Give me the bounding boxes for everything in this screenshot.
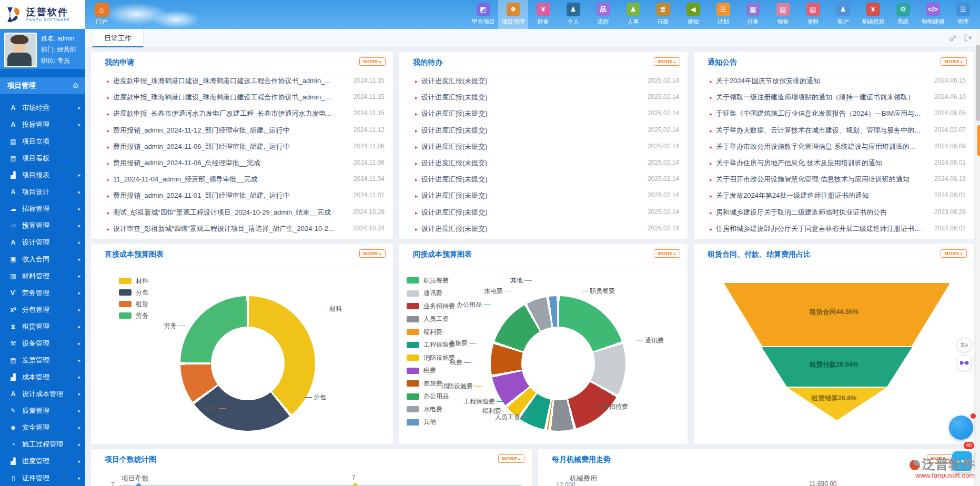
top-nav-item[interactable]: ≣行政 xyxy=(648,0,678,29)
scrollbar-thumb[interactable] xyxy=(976,45,980,121)
sidebar-item[interactable]: ⚒设备管理▸ xyxy=(0,335,85,352)
logout-icon[interactable] xyxy=(964,34,972,44)
sidebar-item[interactable]: Ѵ劳务管理▸ xyxy=(0,285,85,301)
sidebar-item[interactable]: ◔施工过程管理▸ xyxy=(0,436,85,453)
sidebar-item[interactable]: A设计管理▸ xyxy=(0,234,85,251)
legend-item[interactable]: 工程保险费 xyxy=(407,339,455,352)
legend-item[interactable]: 职员餐费 xyxy=(407,274,455,287)
top-nav-item[interactable]: ▦任务 xyxy=(738,0,768,29)
legend-item[interactable]: 租赁 xyxy=(119,298,148,310)
sidebar-item[interactable]: ✎质量管理▸ xyxy=(0,402,85,419)
more-button[interactable]: MORE▸ xyxy=(941,57,967,66)
top-nav-item[interactable]: 品流程 xyxy=(588,0,618,29)
legend-item[interactable]: 通讯费 xyxy=(407,287,455,300)
list-item[interactable]: ▸费用报销_admin_2024-11-01_部门经理审批_胡建,_运行中202… xyxy=(91,187,393,204)
translate-widget-icon[interactable]: 文A xyxy=(957,338,972,352)
top-nav-item[interactable]: ♟客户 xyxy=(828,0,858,29)
list-item[interactable]: ▸关于2024年国庆节放假安排的通知2024.06.15 xyxy=(694,73,974,89)
list-item[interactable]: ▸设计进度汇报(未提交)2025.02.14 xyxy=(399,155,688,171)
sidebar-item[interactable]: x²分包管理▸ xyxy=(0,301,85,318)
sidebar-item[interactable]: ▱预算管理▸ xyxy=(0,217,85,234)
more-button[interactable]: MORE▸ xyxy=(359,57,386,66)
top-nav-item[interactable]: ◩甲方项目 xyxy=(468,0,498,29)
top-nav-item[interactable]: ☰计划 xyxy=(708,0,738,29)
top-nav-item[interactable]: ▤资料 xyxy=(798,0,828,29)
legend-item[interactable]: 分包 xyxy=(119,287,148,298)
sidebar-item[interactable]: A市场经营▸ xyxy=(0,99,85,116)
reader-widget-icon[interactable] xyxy=(957,356,972,370)
list-item[interactable]: ▸设计进度汇报(未提交)2025.02.14 xyxy=(399,73,688,89)
list-item[interactable]: ▸设计进度汇报(未提交)2025.02.14 xyxy=(399,220,688,237)
edge-handle[interactable] xyxy=(977,125,980,156)
list-item[interactable]: ▸11_2024-11-04_admin_经营部_领导审批__完成2024.11… xyxy=(91,171,393,187)
list-item[interactable]: ▸关于举办市政公用设施数字化管理信息 系统建设与应用培训班的通知2024.06.… xyxy=(694,138,974,155)
sidebar-item[interactable]: ▥材料管理▸ xyxy=(0,268,85,285)
sidebar-item[interactable]: ▤项目看板 xyxy=(0,150,85,167)
sidebar-item[interactable]: ▤发票管理▸ xyxy=(0,352,85,369)
list-item[interactable]: ▸关于举办大数据、云计算技术在城市建设、规划、管理与服务中的应用培训班...20… xyxy=(694,122,974,138)
list-item[interactable]: ▸关于举办住房与房地产信息化 技术及应用培训班的通知2024.06.01 xyxy=(694,155,974,171)
list-item[interactable]: ▸进度款申报_长春市伊通河水力发电厂改建工程_长春市伊通河水力发电...2024… xyxy=(91,105,393,122)
list-item[interactable]: ▸房和城乡建设厅关于取消二级建造师临时执业证书的公告2023.08.29 xyxy=(694,204,974,220)
sidebar-item[interactable]: ▟成本管理▸ xyxy=(0,369,85,386)
sidebar-item[interactable]: A设计成本管理▸ xyxy=(0,386,85,402)
legend-item[interactable]: 消防设施费 xyxy=(407,351,455,364)
top-nav-item[interactable]: ☰管理 xyxy=(948,0,978,29)
list-item[interactable]: ▸设计进度汇报(未提交)2025.02.14 xyxy=(399,204,688,220)
top-nav-item[interactable]: ♟人事 xyxy=(618,0,648,29)
list-item[interactable]: ▸于征集《中国建筑施工行业信息化发展报告（2024）—BIM应用与发展》材料..… xyxy=(694,105,974,122)
legend-item[interactable]: 水电费 xyxy=(407,403,455,416)
list-item[interactable]: ▸设计进度汇报(未提交)2025.02.14 xyxy=(399,89,688,105)
list-item[interactable]: ▸设计进度汇报(未提交)2025.02.14 xyxy=(399,171,688,187)
sidebar-item[interactable]: ▟项目报表▸ xyxy=(0,167,85,184)
legend-item[interactable]: 其他 xyxy=(407,416,455,429)
list-item[interactable]: ▸设计进度汇报(未提交)2025.02.14 xyxy=(399,187,688,204)
legend-item[interactable]: 福利费 xyxy=(407,326,455,339)
top-nav-item[interactable]: </>智能建模 xyxy=(918,0,948,29)
more-button[interactable]: MORE▸ xyxy=(359,249,386,258)
top-nav-item[interactable]: ▤报告 xyxy=(768,0,798,29)
nav-item-portal[interactable]: ⌂ 门户 xyxy=(89,2,114,26)
sidebar-section-header[interactable]: 项目管理 ⚙ xyxy=(0,77,85,94)
list-item[interactable]: ▸住房和城乡建设部办公厅关于同意吉林省开展二级建造师注册证书电子化试点...20… xyxy=(694,220,974,237)
sidebar-item[interactable]: A项目设计▸ xyxy=(0,184,85,200)
legend-item[interactable]: 材料 xyxy=(119,275,148,287)
assistant-bubble[interactable] xyxy=(949,416,973,440)
tab-daily-work[interactable]: 日常工作 xyxy=(92,29,144,47)
list-item[interactable]: ▸设计进度汇报(未提交)2025.02.14 xyxy=(399,138,688,155)
sidebar-item[interactable]: ▣收入合同▸ xyxy=(0,251,85,268)
list-item[interactable]: ▸关于领取一级注册建造师增项贴的通知（须持一建证书前来领取）2024.06.10 xyxy=(694,89,974,105)
list-item[interactable]: ▸费用报销_admin_2024-11-06_部门经理审批_胡建,_运行中202… xyxy=(91,138,393,155)
sidebar-item[interactable]: ▟进度管理▸ xyxy=(0,453,85,470)
top-nav-item[interactable]: ¥财务 xyxy=(528,0,558,29)
sidebar-item[interactable]: A投标管理▸ xyxy=(0,116,85,133)
more-button[interactable]: MORE▸ xyxy=(654,57,680,66)
top-nav-item[interactable]: ❖项目管理 xyxy=(498,0,528,29)
legend-item[interactable]: 人员工资 xyxy=(407,313,455,326)
list-item[interactable]: ▸进度款申报_珠海鹤港口建设_珠海鹤港口建设工程合作协议书_admin_...2… xyxy=(91,73,393,89)
legend-item[interactable]: 办公用品 xyxy=(407,390,455,403)
list-item[interactable]: ▸关于召开市政公用设施智慧化管理 信息技术与应用培训班的通知2024.06.19 xyxy=(694,171,974,187)
list-item[interactable]: ▸设计审查_彭祖新城“四馆”景观工程设计项目_请选择_胡广生_2024-10-2… xyxy=(91,220,393,237)
top-nav-item[interactable]: ¥基础信息 xyxy=(858,0,888,29)
list-item[interactable]: ▸关于发放2024年第24批一级建造师注册证书的通知2024.06.01 xyxy=(694,187,974,204)
watermark-url[interactable]: www.fanpusoft.com xyxy=(910,471,975,480)
more-button[interactable]: MORE▸ xyxy=(498,454,524,463)
list-item[interactable]: ▸进度款申报_珠海鹤港口建设_珠海鹤港口建设工程合作协议书_admin_...2… xyxy=(91,89,393,105)
top-nav-item[interactable]: ⚙系统 xyxy=(888,0,918,29)
legend-item[interactable]: 业务招待费 xyxy=(407,300,455,313)
password-key-icon[interactable] xyxy=(949,34,957,44)
legend-item[interactable]: 劳务 xyxy=(119,310,148,321)
gear-icon[interactable]: ⚙ xyxy=(72,77,79,94)
more-button[interactable]: MORE▸ xyxy=(941,249,967,258)
list-item[interactable]: ▸费用报销_admin_2024-11-12_部门经理审批_胡建,_运行中202… xyxy=(91,122,393,138)
list-item[interactable]: ▸费用报销_admin_2024-11-06_总经理审批__完成2024.11.… xyxy=(91,155,393,171)
list-item[interactable]: ▸测试_彭祖新城“四馆”景观工程设计项目_2024-10-29_admin_结束… xyxy=(91,204,393,220)
sidebar-item[interactable]: ⧖租赁管理▸ xyxy=(0,318,85,335)
sidebar-item[interactable]: ☁招标管理▸ xyxy=(0,200,85,217)
legend-item[interactable]: 税费 xyxy=(407,364,455,378)
sidebar-item[interactable]: ▤项目立项 xyxy=(0,133,85,150)
list-item[interactable]: ▸设计进度汇报(未提交)2025.02.14 xyxy=(399,122,688,138)
sidebar-item[interactable]: ☻安全管理▸ xyxy=(0,419,85,436)
list-item[interactable]: ▸设计进度汇报(未提交)2025.02.14 xyxy=(399,105,688,122)
